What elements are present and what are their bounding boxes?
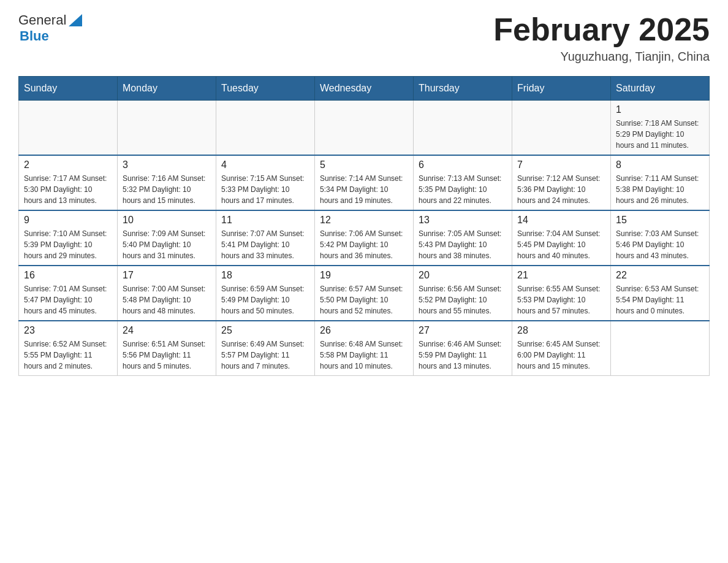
table-row bbox=[611, 321, 710, 376]
day-number: 27 bbox=[419, 325, 507, 336]
logo-triangle-icon bbox=[69, 14, 82, 28]
calendar-title: February 2025 bbox=[493, 12, 710, 47]
day-number: 13 bbox=[419, 215, 507, 226]
day-number: 14 bbox=[517, 215, 605, 226]
table-row bbox=[315, 101, 414, 156]
table-row: 27Sunrise: 6:46 AM Sunset: 5:59 PM Dayli… bbox=[414, 321, 512, 376]
day-info: Sunrise: 7:17 AM Sunset: 5:30 PM Dayligh… bbox=[24, 173, 112, 206]
day-info: Sunrise: 7:10 AM Sunset: 5:39 PM Dayligh… bbox=[24, 228, 112, 261]
day-info: Sunrise: 6:59 AM Sunset: 5:49 PM Dayligh… bbox=[221, 283, 309, 316]
table-row bbox=[216, 101, 315, 156]
day-info: Sunrise: 7:15 AM Sunset: 5:33 PM Dayligh… bbox=[221, 173, 309, 206]
day-number: 12 bbox=[320, 215, 408, 226]
calendar-week-row: 23Sunrise: 6:52 AM Sunset: 5:55 PM Dayli… bbox=[19, 321, 710, 376]
table-row: 1Sunrise: 7:18 AM Sunset: 5:29 PM Daylig… bbox=[611, 101, 710, 156]
table-row: 28Sunrise: 6:45 AM Sunset: 6:00 PM Dayli… bbox=[512, 321, 611, 376]
day-number: 19 bbox=[320, 270, 408, 281]
day-number: 15 bbox=[616, 215, 704, 226]
day-number: 5 bbox=[320, 159, 408, 170]
table-row: 20Sunrise: 6:56 AM Sunset: 5:52 PM Dayli… bbox=[414, 266, 512, 321]
table-row: 10Sunrise: 7:09 AM Sunset: 5:40 PM Dayli… bbox=[118, 210, 216, 266]
calendar-table: Sunday Monday Tuesday Wednesday Thursday… bbox=[18, 76, 710, 376]
table-row: 19Sunrise: 6:57 AM Sunset: 5:50 PM Dayli… bbox=[315, 266, 414, 321]
day-info: Sunrise: 7:16 AM Sunset: 5:32 PM Dayligh… bbox=[123, 173, 211, 206]
day-info: Sunrise: 7:00 AM Sunset: 5:48 PM Dayligh… bbox=[123, 283, 211, 316]
header-friday: Friday bbox=[512, 77, 611, 101]
day-info: Sunrise: 7:12 AM Sunset: 5:36 PM Dayligh… bbox=[517, 173, 605, 206]
day-info: Sunrise: 7:11 AM Sunset: 5:38 PM Dayligh… bbox=[616, 173, 704, 206]
table-row bbox=[19, 101, 118, 156]
table-row: 24Sunrise: 6:51 AM Sunset: 5:56 PM Dayli… bbox=[118, 321, 216, 376]
day-number: 21 bbox=[517, 270, 605, 281]
day-number: 4 bbox=[221, 159, 309, 170]
day-number: 23 bbox=[24, 325, 112, 336]
page-header: General Blue February 2025 Yuguzhuang, T… bbox=[18, 12, 710, 64]
table-row: 7Sunrise: 7:12 AM Sunset: 5:36 PM Daylig… bbox=[512, 155, 611, 210]
day-number: 1 bbox=[616, 104, 704, 115]
day-number: 17 bbox=[123, 270, 211, 281]
table-row: 23Sunrise: 6:52 AM Sunset: 5:55 PM Dayli… bbox=[19, 321, 118, 376]
day-info: Sunrise: 6:46 AM Sunset: 5:59 PM Dayligh… bbox=[419, 339, 507, 372]
calendar-week-row: 2Sunrise: 7:17 AM Sunset: 5:30 PM Daylig… bbox=[19, 155, 710, 210]
day-info: Sunrise: 7:09 AM Sunset: 5:40 PM Dayligh… bbox=[123, 228, 211, 261]
table-row: 22Sunrise: 6:53 AM Sunset: 5:54 PM Dayli… bbox=[611, 266, 710, 321]
header-saturday: Saturday bbox=[611, 77, 710, 101]
calendar-week-row: 1Sunrise: 7:18 AM Sunset: 5:29 PM Daylig… bbox=[19, 101, 710, 156]
table-row: 2Sunrise: 7:17 AM Sunset: 5:30 PM Daylig… bbox=[19, 155, 118, 210]
day-info: Sunrise: 6:57 AM Sunset: 5:50 PM Dayligh… bbox=[320, 283, 408, 316]
table-row: 15Sunrise: 7:03 AM Sunset: 5:46 PM Dayli… bbox=[611, 210, 710, 266]
weekday-header-row: Sunday Monday Tuesday Wednesday Thursday… bbox=[19, 77, 710, 101]
table-row bbox=[414, 101, 512, 156]
calendar-location: Yuguzhuang, Tianjin, China bbox=[493, 50, 710, 64]
day-info: Sunrise: 7:04 AM Sunset: 5:45 PM Dayligh… bbox=[517, 228, 605, 261]
table-row: 5Sunrise: 7:14 AM Sunset: 5:34 PM Daylig… bbox=[315, 155, 414, 210]
day-info: Sunrise: 6:52 AM Sunset: 5:55 PM Dayligh… bbox=[24, 339, 112, 372]
day-number: 20 bbox=[419, 270, 507, 281]
calendar-week-row: 9Sunrise: 7:10 AM Sunset: 5:39 PM Daylig… bbox=[19, 210, 710, 266]
day-number: 28 bbox=[517, 325, 605, 336]
day-info: Sunrise: 7:07 AM Sunset: 5:41 PM Dayligh… bbox=[221, 228, 309, 261]
table-row: 4Sunrise: 7:15 AM Sunset: 5:33 PM Daylig… bbox=[216, 155, 315, 210]
day-info: Sunrise: 7:13 AM Sunset: 5:35 PM Dayligh… bbox=[419, 173, 507, 206]
day-info: Sunrise: 6:55 AM Sunset: 5:53 PM Dayligh… bbox=[517, 283, 605, 316]
table-row: 6Sunrise: 7:13 AM Sunset: 5:35 PM Daylig… bbox=[414, 155, 512, 210]
day-info: Sunrise: 6:49 AM Sunset: 5:57 PM Dayligh… bbox=[221, 339, 309, 372]
table-row: 12Sunrise: 7:06 AM Sunset: 5:42 PM Dayli… bbox=[315, 210, 414, 266]
logo: General Blue bbox=[18, 12, 82, 44]
table-row bbox=[512, 101, 611, 156]
day-number: 11 bbox=[221, 215, 309, 226]
table-row: 9Sunrise: 7:10 AM Sunset: 5:39 PM Daylig… bbox=[19, 210, 118, 266]
table-row: 11Sunrise: 7:07 AM Sunset: 5:41 PM Dayli… bbox=[216, 210, 315, 266]
day-info: Sunrise: 7:05 AM Sunset: 5:43 PM Dayligh… bbox=[419, 228, 507, 261]
day-info: Sunrise: 7:14 AM Sunset: 5:34 PM Dayligh… bbox=[320, 173, 408, 206]
day-number: 18 bbox=[221, 270, 309, 281]
table-row: 16Sunrise: 7:01 AM Sunset: 5:47 PM Dayli… bbox=[19, 266, 118, 321]
svg-marker-0 bbox=[69, 14, 82, 26]
day-number: 10 bbox=[123, 215, 211, 226]
day-number: 9 bbox=[24, 215, 112, 226]
logo-general-text: General bbox=[18, 12, 66, 28]
table-row: 18Sunrise: 6:59 AM Sunset: 5:49 PM Dayli… bbox=[216, 266, 315, 321]
table-row: 26Sunrise: 6:48 AM Sunset: 5:58 PM Dayli… bbox=[315, 321, 414, 376]
title-block: February 2025 Yuguzhuang, Tianjin, China bbox=[493, 12, 710, 64]
logo-blue-text: Blue bbox=[18, 28, 82, 44]
header-sunday: Sunday bbox=[19, 77, 118, 101]
table-row: 8Sunrise: 7:11 AM Sunset: 5:38 PM Daylig… bbox=[611, 155, 710, 210]
day-number: 2 bbox=[24, 159, 112, 170]
day-number: 8 bbox=[616, 159, 704, 170]
header-thursday: Thursday bbox=[414, 77, 512, 101]
day-number: 6 bbox=[419, 159, 507, 170]
table-row: 21Sunrise: 6:55 AM Sunset: 5:53 PM Dayli… bbox=[512, 266, 611, 321]
header-monday: Monday bbox=[118, 77, 216, 101]
day-info: Sunrise: 7:01 AM Sunset: 5:47 PM Dayligh… bbox=[24, 283, 112, 316]
table-row: 25Sunrise: 6:49 AM Sunset: 5:57 PM Dayli… bbox=[216, 321, 315, 376]
day-info: Sunrise: 6:45 AM Sunset: 6:00 PM Dayligh… bbox=[517, 339, 605, 372]
table-row bbox=[118, 101, 216, 156]
table-row: 14Sunrise: 7:04 AM Sunset: 5:45 PM Dayli… bbox=[512, 210, 611, 266]
day-number: 24 bbox=[123, 325, 211, 336]
table-row: 17Sunrise: 7:00 AM Sunset: 5:48 PM Dayli… bbox=[118, 266, 216, 321]
day-number: 26 bbox=[320, 325, 408, 336]
header-wednesday: Wednesday bbox=[315, 77, 414, 101]
day-info: Sunrise: 6:51 AM Sunset: 5:56 PM Dayligh… bbox=[123, 339, 211, 372]
table-row: 13Sunrise: 7:05 AM Sunset: 5:43 PM Dayli… bbox=[414, 210, 512, 266]
